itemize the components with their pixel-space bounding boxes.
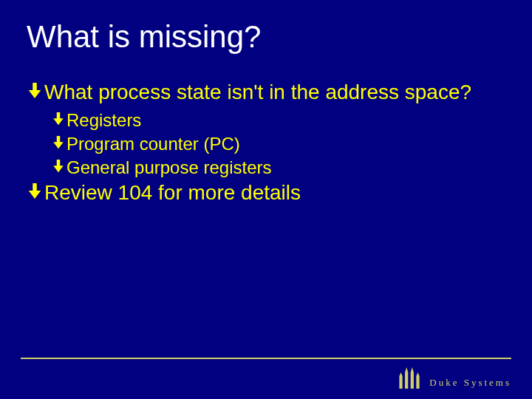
- svg-marker-4: [400, 372, 403, 376]
- slide: What is missing? What process state isn'…: [0, 0, 532, 399]
- arrow-down-icon: [27, 82, 43, 103]
- svg-rect-1: [417, 376, 420, 389]
- bullet-level2: Registers: [52, 109, 505, 132]
- arrow-down-icon: [27, 183, 43, 203]
- horizontal-rule: [21, 358, 511, 359]
- bullet-level1: What process state isn't in the address …: [27, 80, 505, 105]
- svg-rect-3: [411, 372, 414, 389]
- arrow-down-icon: [52, 135, 65, 153]
- bullet-level2: Program counter (PC): [52, 133, 505, 155]
- brand-label: Duke Systems: [429, 377, 511, 389]
- slide-title: What is missing?: [27, 19, 505, 55]
- bullet-text: Review 104 for more details: [44, 180, 301, 205]
- footer-brand: Duke Systems: [397, 364, 511, 389]
- svg-marker-5: [417, 372, 420, 376]
- bullet-level2: General purpose registers: [52, 157, 505, 179]
- svg-rect-2: [405, 372, 408, 389]
- chapel-icon: [397, 364, 422, 389]
- bullet-text: Registers: [66, 109, 141, 132]
- arrow-down-icon: [52, 112, 65, 129]
- bullet-level1: Review 104 for more details: [27, 180, 505, 205]
- bullet-text: What process state isn't in the address …: [44, 80, 471, 105]
- arrow-down-icon: [52, 159, 65, 177]
- bullet-text: Program counter (PC): [66, 133, 240, 155]
- svg-marker-7: [411, 367, 414, 372]
- svg-rect-0: [400, 376, 403, 389]
- svg-marker-6: [405, 367, 408, 372]
- bullet-text: General purpose registers: [66, 157, 271, 179]
